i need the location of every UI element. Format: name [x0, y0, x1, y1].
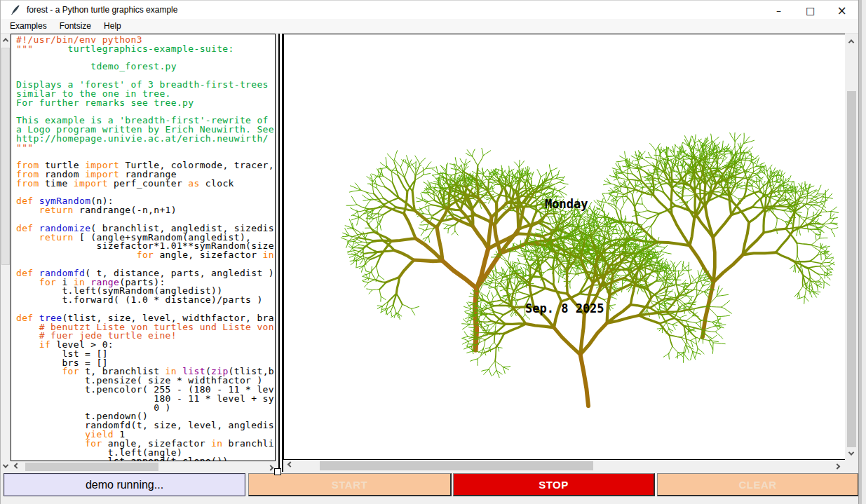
code-horizontal-scrollbar[interactable] — [12, 462, 276, 472]
window-bottom-edge — [1, 498, 866, 504]
status-message: demo running... — [4, 473, 245, 496]
title-bar: forest - a Python turtle graphics exampl… — [1, 0, 866, 19]
scrollbar-thumb[interactable] — [320, 461, 593, 470]
canvas-weekday-label: Monday — [545, 197, 588, 211]
turtle-drawing — [284, 34, 845, 460]
scroll-up-icon[interactable] — [846, 36, 856, 46]
main-area: #!/usr/bin/env python3""" turtlegraphics… — [1, 34, 866, 472]
status-bar: demo running... START STOP CLEAR — [1, 472, 866, 498]
turtle-canvas: Monday Sep. 8 2025 — [283, 34, 845, 460]
close-button[interactable]: × — [826, 1, 858, 20]
scrollbar-thumb[interactable] — [1, 48, 10, 265]
scrollbar-thumb[interactable] — [25, 463, 158, 471]
stop-button[interactable]: STOP — [453, 473, 655, 496]
menu-bar: Examples Fontsize Help — [1, 19, 866, 34]
canvas-date-label: Sep. 8 2025 — [525, 301, 604, 315]
canvas-vertical-scrollbar[interactable] — [846, 34, 858, 460]
python-feather-icon — [10, 4, 21, 15]
menu-fontsize[interactable]: Fontsize — [53, 20, 97, 32]
menu-examples[interactable]: Examples — [4, 20, 53, 32]
clear-button[interactable]: CLEAR — [657, 473, 859, 496]
code-text[interactable]: #!/usr/bin/env python3""" turtlegraphics… — [11, 34, 276, 461]
start-button[interactable]: START — [248, 473, 452, 496]
menu-help[interactable]: Help — [97, 20, 128, 32]
scroll-down-icon[interactable] — [846, 449, 856, 458]
scroll-right-icon[interactable] — [832, 461, 842, 470]
scrollbar-thumb[interactable] — [847, 91, 856, 447]
maximize-button[interactable]: □ — [794, 1, 826, 20]
minimize-button[interactable]: – — [763, 1, 794, 20]
window-title: forest - a Python turtle graphics exampl… — [27, 5, 177, 15]
canvas-horizontal-scrollbar[interactable] — [284, 461, 845, 471]
scroll-down-icon[interactable] — [1, 461, 11, 471]
scroll-up-icon[interactable] — [1, 35, 11, 45]
window-right-edge — [858, 0, 866, 504]
sash-handle[interactable] — [274, 468, 281, 475]
code-vertical-scrollbar[interactable] — [1, 34, 11, 472]
pane-sash[interactable] — [278, 34, 283, 472]
scroll-left-icon[interactable] — [12, 462, 22, 472]
scroll-left-icon[interactable] — [285, 461, 295, 470]
